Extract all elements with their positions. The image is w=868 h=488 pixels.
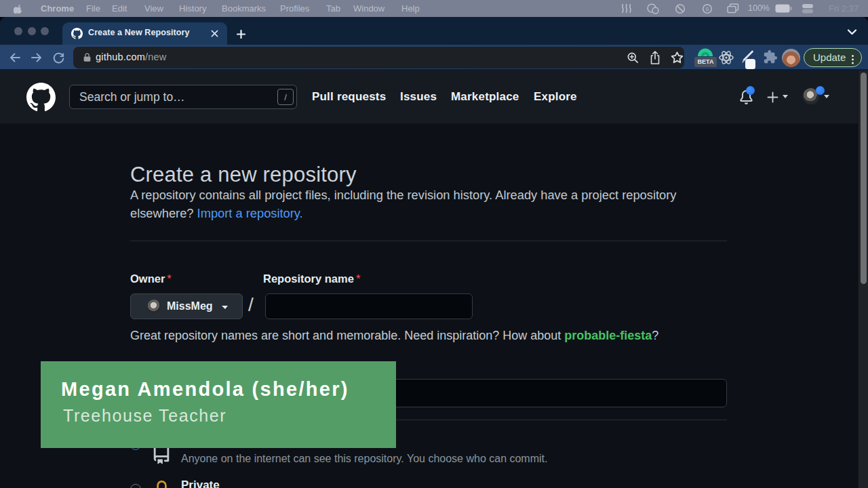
svg-text:S: S [705, 6, 709, 12]
